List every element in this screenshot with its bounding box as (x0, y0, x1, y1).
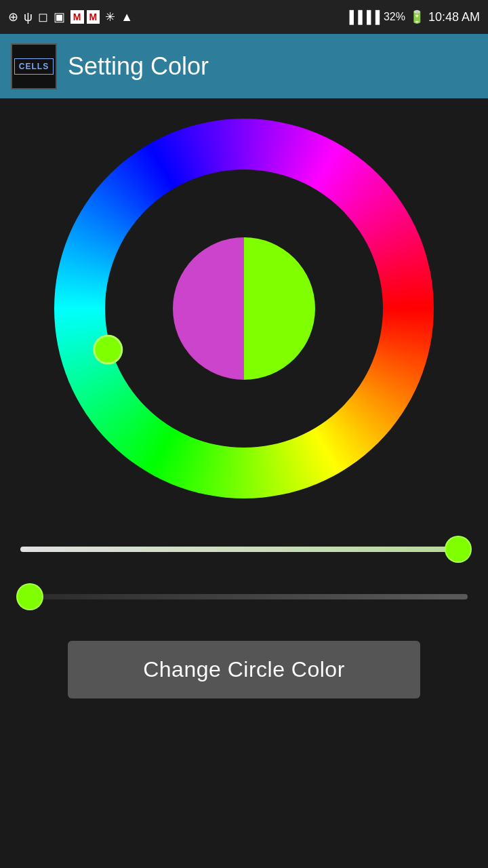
signal-icon: ▐▐▐▐ (345, 10, 380, 24)
slider-1-container[interactable] (20, 532, 468, 566)
wheel-selector-dot[interactable] (93, 335, 123, 365)
slider-1-thumb[interactable] (445, 536, 472, 563)
image-icon: ▣ (54, 9, 65, 24)
plus-icon: ⊕ (8, 9, 18, 24)
slider-2-thumb[interactable] (16, 583, 43, 610)
center-color-preview (173, 237, 315, 380)
status-icons-left: ⊕ ψ ◻ ▣ M M ✳ ▲ (8, 9, 133, 24)
slider-2-container[interactable] (20, 580, 468, 614)
main-content: Change Circle Color (0, 98, 488, 712)
app-icon-label: CELLS (14, 58, 54, 75)
wifi-icon: ▲ (121, 10, 133, 24)
app-title: Setting Color (68, 52, 209, 81)
app-bar: CELLS Setting Color (0, 34, 488, 98)
app-icon: CELLS (11, 43, 57, 90)
mail1-icon: M (70, 10, 84, 24)
status-bar: ⊕ ψ ◻ ▣ M M ✳ ▲ ▐▐▐▐ 32% 🔋 10:48 AM (0, 0, 488, 34)
bluetooth-icon: ✳ (105, 9, 115, 24)
change-circle-color-button[interactable]: Change Circle Color (68, 641, 420, 698)
slider-2-track[interactable] (20, 594, 468, 599)
color-wheel-container[interactable] (54, 119, 434, 498)
battery-icon: 🔋 (409, 9, 424, 24)
slider-1-track[interactable] (20, 547, 468, 552)
status-right: ▐▐▐▐ 32% 🔋 10:48 AM (345, 9, 480, 24)
usb-icon: ψ (24, 10, 33, 24)
mail2-icon: M (87, 10, 100, 24)
save-icon: ◻ (38, 9, 48, 24)
time-display: 10:48 AM (428, 10, 480, 24)
battery-text: 32% (384, 11, 405, 23)
